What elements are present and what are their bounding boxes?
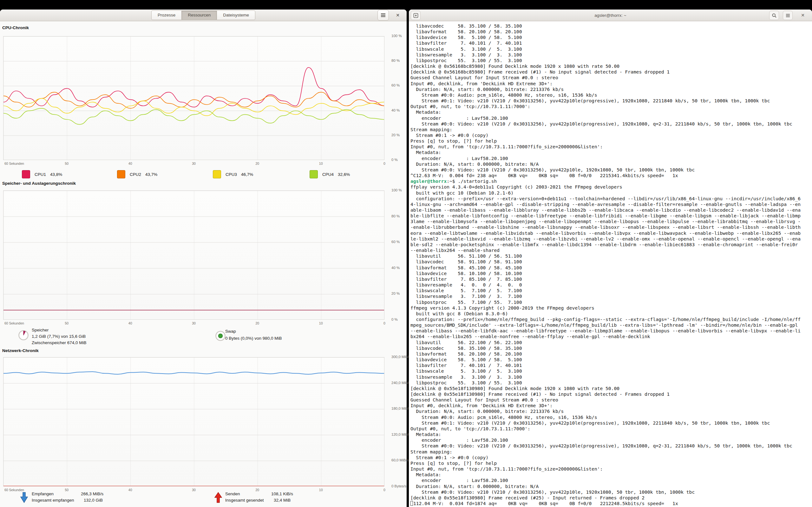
terminal-line: Duration: N/A, start: 0.000000, bitrate:… (410, 408, 811, 414)
terminal-line: libswscale 5. 3.100 / 5. 3.100 (410, 368, 811, 374)
system-monitor-window: ProzesseRessourcenDateisysteme ✕ CPU-Chr… (0, 9, 407, 507)
terminal-line: Stream #0:0: Video: v210 (V210 / 0x30313… (410, 167, 811, 173)
terminal-line: Guessed Channel Layout for Input Stream … (410, 75, 811, 80)
x-axis-tick-label: 40 (129, 321, 132, 325)
cpu-legend-value: 32,6% (338, 172, 350, 177)
terminal-line: ffmpeg version 4.1.3 Copyright (c) 2000-… (410, 305, 811, 311)
terminal-line: Stream #0:0: Video: v210 (V210 / 0x30313… (410, 443, 811, 449)
terminal-line: libswresample 3. 3.100 / 3. 3.100 (410, 374, 811, 380)
y-axis-tick-label: 40 % (392, 266, 400, 270)
terminal-line: libavutil 56. 22.100 / 56. 22.100 (410, 340, 811, 345)
x-axis-tick-label: 20 (255, 162, 259, 165)
terminal-line: configuration: --prefix=/home/nle/ffmpeg… (410, 317, 811, 322)
y-axis-tick-label: 240,0 MiB/s (392, 381, 411, 385)
network-send-total: 32,4 MiB (274, 498, 291, 503)
terminal-line: Stream mapping: (410, 127, 811, 132)
terminal-line: 4-linux-gnu --arch=amd64 --enable-gpl --… (410, 202, 811, 207)
terminal-line: Duration: N/A, start: 0.000000, bitrate:… (410, 161, 811, 167)
network-history-chart: 300,0 MiB/s240,0 MiB/s180,0 MiB/s120,0 M… (3, 357, 407, 495)
network-section-title: Netzwerk-Chronik (2, 348, 39, 353)
terminal-line: Metadata: (410, 109, 811, 115)
terminal-line: libavformat 58. 20.100 / 58. 20.100 (410, 29, 811, 35)
terminal-line: libavformat 58. 45.100 / 58. 45.100 (410, 265, 811, 271)
cpu-chart-plot (3, 36, 385, 160)
terminal-line: -enable-librubberband --enable-libshine … (410, 224, 811, 230)
terminal-line: bx264 --enable-libx265 --enable-nonfree … (410, 334, 811, 339)
cpu-legend-item: CPU243,7% (117, 170, 157, 179)
x-axis-tick-label: 50 (65, 162, 68, 165)
cpu-legend-label: CPU1 (35, 172, 46, 177)
y-axis-tick-label: 100 % (392, 34, 402, 38)
terminal-line: Input #0, nut, from 'tcp://10.73.1.11:70… (410, 466, 811, 472)
net-chart-plot (3, 357, 385, 487)
x-axis-tick-label: 30 (192, 488, 196, 492)
x-axis-tick-label: 60 Sekunden (4, 488, 24, 492)
terminal-output[interactable]: libavcodec 58. 35.100 / 58. 35.100 libav… (409, 21, 812, 507)
cpu-legend-item: CPU432,6% (310, 170, 350, 179)
terminal-line: Stream #0:0: Audio: pcm_s16le, 48000 Hz,… (410, 92, 811, 98)
y-axis-tick-label: 120,0 MiB/s (392, 433, 411, 436)
y-axis-tick-label: 100 % (392, 188, 402, 192)
terminal-line: Input #0, decklink, from 'DeckLink HD Ex… (410, 81, 811, 87)
terminal-line: libavcodec 58. 91.100 / 58. 91.100 (410, 259, 811, 265)
y-axis-tick-label: 0 % (392, 318, 398, 321)
network-send-label: Senden (225, 492, 240, 496)
terminal-line: [decklink @ 0x55e18f130980] Frame receiv… (410, 391, 811, 397)
terminal-line: Metadata: (410, 432, 811, 437)
terminal-line: 112.04 M-V: 0.034 fd=1874 aq= 0KB vq= 0K… (410, 501, 811, 506)
terminal-headerbar: agsler@thorrx: ~ ✕ (409, 9, 812, 21)
primary-menu-button[interactable] (377, 10, 389, 20)
terminal-line: eora --enable-libtwolame --enable-libvid… (410, 230, 811, 236)
terminal-window: agsler@thorrx: ~ ✕ libavcodec 58. 35.100… (409, 9, 812, 507)
cpu-legend-value: 46,7% (241, 172, 253, 177)
terminal-line: ffplay version 4.3.4-0+deb11u1 Copyright… (410, 184, 811, 190)
close-window-button[interactable]: ✕ (393, 11, 402, 20)
tab-ressourcen[interactable]: Ressourcen (182, 10, 217, 20)
x-axis-tick-label: 30 (192, 321, 196, 325)
terminal-line: libavformat 58. 20.100 / 58. 20.100 (410, 351, 811, 357)
terminal-line: libswresample 3. 7.100 / 3. 7.100 (410, 293, 811, 299)
cpu-color-swatch (117, 170, 125, 178)
y-axis-tick-label: 60,0 MiB/s (392, 458, 409, 462)
tab-prozesse[interactable]: Prozesse (151, 10, 182, 20)
y-axis-tick-label: 60 % (392, 83, 400, 87)
x-axis-tick-label: 0 (384, 162, 386, 165)
terminal-line: Duration: N/A, start: 0.000000, bitrate:… (410, 484, 811, 489)
terminal-line: built with gcc 8 (Debian 8.3.0-6) (410, 311, 811, 317)
terminal-line: agsler@thorrx:~$ ./startorig.sh (410, 178, 811, 184)
terminal-menu-button[interactable] (783, 11, 793, 20)
network-receive-label: Empfangen (32, 492, 54, 496)
terminal-line: Output #0, nut, to 'tcp://10.73.1.11:700… (410, 426, 811, 432)
terminal-line: built with gcc 10 (Debian 10.2.1-6) (410, 190, 811, 196)
search-button[interactable] (769, 11, 779, 20)
y-axis-tick-label: 40 % (392, 108, 400, 112)
cpu-legend-label: CPU2 (130, 172, 141, 177)
cpu-legend-label: CPU4 (322, 172, 334, 177)
terminal-line: ble-libflite --enable-libfontconfig --en… (410, 213, 811, 219)
terminal-line: Stream #0:1: Video: v210 (V210 / 0x30313… (410, 420, 811, 426)
cpu-history-chart: 100 %80 %60 %40 %20 %0 %60 Sekunden50403… (3, 36, 407, 169)
terminal-line: Stream #0:0: Video: v210 (V210 / 0x30313… (410, 121, 811, 127)
x-axis-tick-label: 60 Sekunden (4, 162, 24, 165)
x-axis-tick-label: 50 (65, 321, 68, 325)
terminal-line: libswresample 3. 3.100 / 3. 3.100 (410, 52, 811, 58)
terminal-line: libavfilter 7. 40.101 / 7. 40.101 (410, 40, 811, 46)
terminal-line: Stream #0:1 -> #0:0 (copy) (410, 132, 811, 138)
terminal-line: libavfilter 7. 40.101 / 7. 40.101 (410, 362, 811, 368)
tab-dateisysteme[interactable]: Dateisysteme (217, 10, 255, 20)
x-axis-tick-label: 0 (384, 488, 386, 492)
cpu-legend-item: CPU346,7% (213, 170, 253, 179)
x-axis-tick-label: 10 (319, 162, 323, 165)
memory-cache-value: Zwischenspeicher 674,0 MiB (32, 340, 87, 345)
upload-arrow-icon (214, 492, 222, 504)
memory-swap-history-chart: 100 %80 %60 %40 %20 %0 %60 Sekunden50403… (3, 190, 407, 329)
terminal-line: 3lame --enable-libmysofa --enable-libope… (410, 219, 811, 224)
terminal-line: [decklink @ 0x55e18f130980] Found Deckli… (410, 386, 811, 391)
terminal-line: configuration: --prefix=/usr --extra-ver… (410, 196, 811, 202)
mem-chart-plot (3, 190, 385, 320)
cpu-color-swatch (213, 170, 221, 178)
close-window-button[interactable]: ✕ (798, 11, 807, 20)
terminal-line: libavfilter 7. 85.100 / 7. 85.100 (410, 276, 811, 282)
y-axis-tick-label: 300,0 MiB/s (392, 355, 411, 359)
terminal-line: encoder : Lavf58.20.100 (410, 115, 811, 121)
